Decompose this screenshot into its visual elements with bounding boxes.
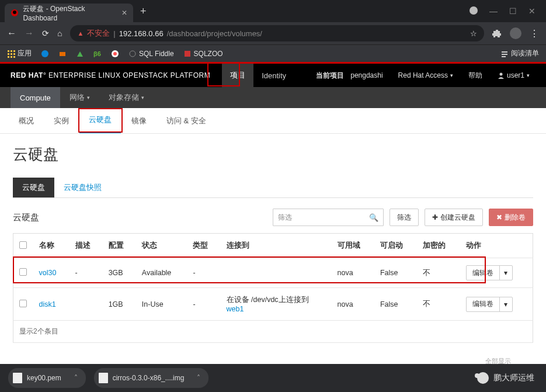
svg-rect-10 — [502, 54, 507, 55]
reload-button[interactable]: ⟳ — [42, 29, 49, 38]
url-path: /dashboard/project/volumes/ — [167, 29, 262, 38]
svg-text:β6: β6 — [93, 50, 101, 57]
filter-placeholder: 筛选 — [278, 213, 292, 223]
bookmark-icon — [76, 50, 84, 58]
bookmark-icon — [111, 50, 119, 58]
bookmark-item[interactable] — [111, 50, 119, 58]
col-size[interactable]: 配置 — [103, 234, 136, 258]
volumes-table: 名称 描述 配置 状态 类型 连接到 可用域 可启动 加密的 动作 vol30 … — [13, 233, 533, 343]
minitab-volumes[interactable]: 云硬盘 — [13, 178, 54, 197]
subtab-access-security[interactable]: 访问 & 安全 — [157, 108, 215, 133]
bookmark-sqlfiddle[interactable]: SQL Fiddle — [128, 50, 174, 58]
bookmark-icon — [41, 50, 49, 58]
volume-link[interactable]: vol30 — [39, 269, 57, 277]
bookmark-sqlzoo[interactable]: SQLZOO — [183, 50, 223, 58]
bookmark-item[interactable]: β6 — [93, 50, 102, 58]
download-item[interactable]: key00.pem ˄ — [8, 368, 86, 388]
bookmark-item[interactable] — [76, 50, 84, 58]
insecure-warning-icon: ▲ — [77, 30, 84, 37]
download-item[interactable]: cirros-0.3.0-x86_....img ˄ — [94, 368, 209, 388]
subtab-instances[interactable]: 实例 — [44, 108, 78, 133]
file-icon — [13, 373, 22, 383]
create-volume-button[interactable]: ✚ 创建云硬盘 — [425, 209, 483, 226]
home-button[interactable]: ⌂ — [57, 29, 62, 38]
svg-rect-9 — [502, 51, 507, 53]
edit-volume-button[interactable]: 编辑卷▾ — [466, 297, 513, 312]
bookmark-icon — [58, 50, 67, 58]
browser-tab[interactable]: 云硬盘 - OpenStack Dashboard ✕ — [5, 4, 133, 22]
col-enc[interactable]: 加密的 — [417, 234, 460, 258]
col-action: 动作 — [460, 234, 533, 258]
new-tab-button[interactable]: + — [140, 5, 147, 18]
wechat-icon — [477, 372, 489, 384]
bookmark-item[interactable] — [58, 50, 67, 58]
current-project: 当前项目 pengdashi — [310, 71, 389, 81]
svg-point-2 — [41, 50, 48, 57]
chevron-up-icon[interactable]: ˄ — [74, 374, 78, 382]
svg-rect-3 — [60, 52, 65, 56]
window-close-button[interactable]: ✕ — [528, 6, 535, 16]
col-name[interactable]: 名称 — [33, 234, 69, 258]
row-checkbox[interactable] — [19, 268, 27, 276]
svg-rect-8 — [185, 51, 190, 57]
user-menu[interactable]: user1 ▾ — [492, 71, 535, 79]
row-checkbox[interactable] — [19, 300, 27, 307]
redhat-access-menu[interactable]: Red Hat Access ▾ — [392, 71, 459, 79]
volume-link[interactable]: disk1 — [39, 300, 56, 308]
bookmark-item[interactable] — [41, 50, 49, 58]
apps-grid-icon — [7, 50, 15, 58]
user-icon — [498, 72, 505, 79]
col-desc[interactable]: 描述 — [69, 234, 103, 258]
col-status[interactable]: 状态 — [136, 234, 187, 258]
tab-close-icon[interactable]: ✕ — [121, 9, 127, 17]
reading-list-button[interactable]: 阅读清单 — [500, 48, 539, 58]
col-type[interactable]: 类型 — [187, 234, 220, 258]
search-icon[interactable]: 🔍 — [369, 213, 378, 222]
redhat-favicon-icon — [11, 9, 18, 17]
svg-point-12 — [499, 73, 502, 76]
nav-identity[interactable]: Identity — [253, 64, 294, 87]
col-zone[interactable]: 可用域 — [332, 234, 374, 258]
nav-object-storage[interactable]: 对象存储 ▾ — [99, 87, 154, 108]
table-row: vol30 - 3GB Available - nova False 不 编辑卷… — [13, 258, 533, 288]
svg-point-7 — [130, 51, 135, 57]
forward-button[interactable]: → — [25, 28, 34, 39]
col-boot[interactable]: 可启动 — [374, 234, 417, 258]
url-host: 192.168.0.66 — [119, 29, 164, 38]
delete-volume-button[interactable]: ✖ 删除卷 — [489, 209, 533, 226]
action-dropdown-icon[interactable]: ▾ — [499, 266, 512, 280]
svg-rect-11 — [502, 56, 506, 57]
nav-project[interactable]: 项目 — [222, 64, 253, 87]
address-bar[interactable]: ▲ 不安全 | 192.168.0.66/dashboard/project/v… — [70, 25, 484, 41]
chevron-up-icon[interactable]: ˄ — [197, 374, 200, 382]
extensions-icon[interactable] — [492, 29, 502, 38]
window-minimize-button[interactable]: — — [489, 6, 498, 16]
profile-avatar-icon[interactable] — [510, 27, 521, 39]
subtab-images[interactable]: 镜像 — [122, 108, 156, 133]
subtab-overview[interactable]: 概况 — [9, 108, 43, 133]
svg-point-6 — [113, 52, 117, 55]
instance-link[interactable]: web1 — [227, 305, 244, 313]
edit-volume-button[interactable]: 编辑卷▾ — [466, 265, 513, 280]
action-dropdown-icon[interactable]: ▾ — [499, 297, 512, 311]
select-all-checkbox[interactable] — [19, 241, 27, 249]
filter-input[interactable]: 筛选 🔍 — [273, 209, 384, 226]
back-button[interactable]: ← — [7, 28, 16, 39]
nav-compute[interactable]: Compute — [11, 87, 60, 108]
browser-menu-icon[interactable]: ⋮ — [530, 28, 539, 39]
bookmark-star-icon[interactable]: ☆ — [470, 29, 477, 38]
window-maximize-button[interactable]: ☐ — [509, 6, 517, 16]
bookmark-icon: β6 — [93, 50, 102, 58]
apps-bookmark[interactable]: 应用 — [7, 48, 32, 58]
minitab-snapshots[interactable]: 云硬盘快照 — [54, 178, 111, 197]
brand-logo: RED HAT° ENTERPRISE LINUX OPENSTACK PLAT… — [11, 71, 210, 79]
filter-button[interactable]: 筛选 — [389, 209, 419, 226]
col-attach[interactable]: 连接到 — [221, 234, 332, 258]
watermark: 鹏大师运维 — [477, 372, 534, 384]
insecure-label: 不安全 — [87, 28, 110, 39]
section-title: 云硬盘 — [13, 212, 39, 223]
nav-network[interactable]: 网络 ▾ — [60, 87, 99, 108]
subtab-volumes[interactable]: 云硬盘 — [79, 108, 121, 133]
file-icon — [99, 373, 108, 383]
help-link[interactable]: 帮助 — [462, 71, 488, 81]
